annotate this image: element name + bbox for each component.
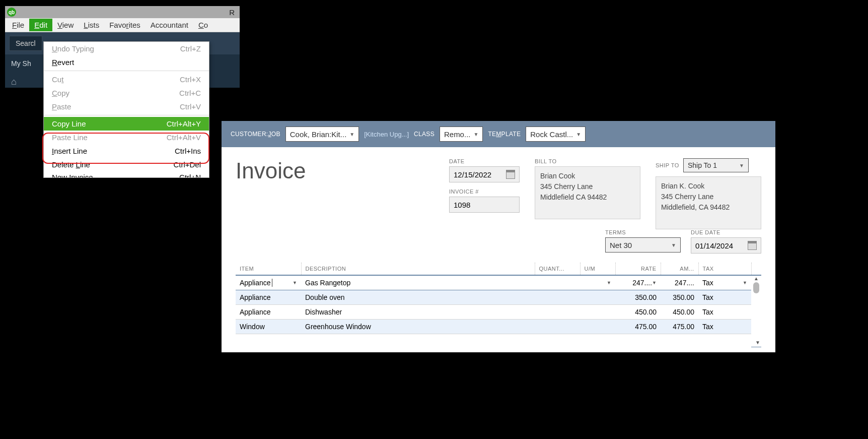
table-row[interactable]: Appliance Dishwasher 450.00 450.00 Tax: [236, 305, 761, 320]
menu-favorites[interactable]: Favorites: [104, 19, 146, 31]
col-item[interactable]: ITEM: [236, 263, 301, 275]
terms-row: TERMS Net 30▼ DUE DATE 01/14/2024: [236, 229, 761, 254]
invoice-line-table: ITEM DESCRIPTION QUANT... U/M RATE AM...…: [236, 263, 761, 347]
menu-edit[interactable]: Edit: [29, 19, 52, 31]
menu-item-copy[interactable]: Copy Ctrl+C: [44, 86, 209, 100]
menu-lists[interactable]: Lists: [79, 19, 104, 31]
col-rate[interactable]: RATE: [615, 263, 661, 275]
invoice-num-label: INVOICE #: [449, 189, 520, 195]
col-um[interactable]: U/M: [580, 263, 615, 275]
scroll-up-icon[interactable]: ▲: [751, 276, 761, 281]
class-label: CLASS: [414, 131, 435, 138]
terms-label: TERMS: [605, 229, 681, 235]
job-link[interactable]: [Kitchen Upg...]: [364, 131, 409, 138]
invoice-title: Invoice: [236, 158, 434, 183]
table-header-row: ITEM DESCRIPTION QUANT... U/M RATE AM...…: [236, 263, 761, 275]
invoice-body: Invoice DATE 12/15/2022 INVOICE # 1098 B…: [222, 147, 775, 352]
edit-menu-dropdown: Undo Typing Ctrl+Z Revert Cut Ctrl+X Cop…: [43, 41, 209, 178]
calendar-icon[interactable]: [748, 241, 757, 250]
qb-logo-icon: qb: [7, 8, 16, 17]
table-row[interactable]: Appliance▼ Gas Rangetop ▼ 247....▼ 247..…: [236, 275, 761, 290]
titlebar: qb R: [5, 6, 240, 18]
calendar-icon[interactable]: [506, 170, 515, 179]
menu-item-undo[interactable]: Undo Typing Ctrl+Z: [44, 42, 209, 55]
search-button[interactable]: Searcl: [9, 36, 42, 51]
menu-item-revert[interactable]: Revert: [44, 55, 209, 69]
ship-to-address[interactable]: Brian K. Cook 345 Cherry Lane Middlefiel…: [656, 176, 761, 229]
bill-to-address[interactable]: Brian Cook 345 Cherry Lane Middlefield C…: [535, 166, 640, 219]
invoice-panel: CUSTOMER:JOB Cook, Brian:Kit...▼ [Kitche…: [222, 121, 775, 352]
col-tax[interactable]: TAX: [698, 263, 751, 275]
menu-view[interactable]: View: [52, 19, 79, 31]
chevron-down-icon[interactable]: ▼: [743, 280, 747, 285]
template-combo[interactable]: Rock Castl...▼: [526, 127, 586, 142]
menu-item-copy-line[interactable]: Copy Line Ctrl+Alt+Y: [44, 117, 209, 131]
date-label: DATE: [449, 158, 520, 164]
invoice-num-field[interactable]: 1098: [449, 197, 520, 213]
menu-item-insert-line[interactable]: Insert Line Ctrl+Ins: [44, 144, 209, 158]
menu-accountant[interactable]: Accountant: [146, 19, 193, 31]
menu-company[interactable]: Co: [193, 19, 213, 31]
bill-to-label: BILL TO: [535, 158, 640, 164]
menu-item-delete-line[interactable]: Delete Line Ctrl+Del: [44, 158, 209, 171]
scrollbar-thumb[interactable]: [753, 282, 759, 293]
chevron-down-icon[interactable]: ▼: [652, 280, 657, 285]
col-amount[interactable]: AM...: [661, 263, 698, 275]
terms-combo[interactable]: Net 30▼: [605, 237, 681, 253]
customer-job-combo[interactable]: Cook, Brian:Kit...▼: [285, 127, 359, 142]
ship-to-combo[interactable]: Ship To 1▼: [683, 158, 749, 172]
due-date-label: DUE DATE: [691, 229, 761, 235]
menu-file[interactable]: File: [7, 19, 29, 31]
menu-separator: [44, 115, 209, 115]
window-title: R: [18, 8, 238, 17]
class-combo[interactable]: Remo...▼: [440, 127, 483, 142]
chevron-down-icon[interactable]: ▼: [293, 280, 297, 285]
col-quantity[interactable]: QUANT...: [535, 263, 580, 275]
date-field[interactable]: 12/15/2022: [449, 166, 520, 182]
menu-item-cut[interactable]: Cut Ctrl+X: [44, 73, 209, 86]
menu-item-new-invoice[interactable]: New Invoice Ctrl+N: [44, 171, 209, 177]
menu-item-paste-line[interactable]: Paste Line Ctrl+Alt+V: [44, 131, 209, 144]
table-row[interactable]: Window Greenhouse Window 475.00 475.00 T…: [236, 320, 761, 334]
table-row[interactable]: Appliance Double oven 350.00 350.00 Tax: [236, 290, 761, 305]
chevron-down-icon[interactable]: ▼: [607, 280, 611, 285]
col-description[interactable]: DESCRIPTION: [301, 263, 535, 275]
due-date-field[interactable]: 01/14/2024: [691, 237, 761, 254]
menu-item-paste[interactable]: Paste Ctrl+V: [44, 100, 209, 113]
table-row[interactable]: ▼: [236, 334, 761, 347]
menubar: File Edit View Lists Favorites Accountan…: [5, 18, 240, 32]
scroll-down-icon[interactable]: ▼: [755, 340, 760, 345]
invoice-header-bar: CUSTOMER:JOB Cook, Brian:Kit...▼ [Kitche…: [222, 121, 775, 147]
menu-separator: [44, 71, 209, 71]
template-label: TEMPLATE: [488, 131, 521, 138]
customer-job-label: CUSTOMER:JOB: [231, 131, 280, 138]
ship-to-label: SHIP TO: [656, 162, 679, 168]
